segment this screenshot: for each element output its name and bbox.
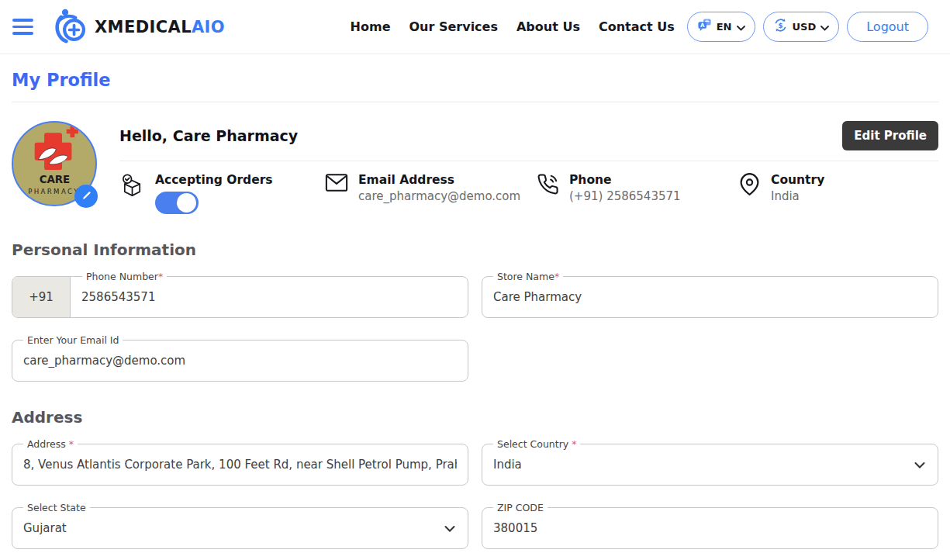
logout-button[interactable]: Logout (847, 12, 928, 42)
select-country-label: Select Country* (493, 437, 580, 451)
zip-code-input[interactable] (482, 508, 938, 548)
profile-greeting: Hello, Care Pharmacy (119, 127, 842, 144)
main-content: My Profile CARE PHARMACY (0, 54, 950, 549)
address-label: Address* (23, 437, 78, 451)
personal-information-title: Personal Information (12, 240, 938, 259)
translate-icon: A (697, 18, 712, 36)
address-field: Address* (12, 444, 468, 486)
phone-number-field: Phone Number* +91 (12, 276, 468, 318)
phone-country-code: +91 (12, 277, 71, 317)
svg-text:A: A (700, 22, 705, 29)
nav-contact-us[interactable]: Contact Us (599, 19, 675, 34)
personal-information-form: Phone Number* +91 Store Name* Enter Your… (12, 276, 938, 382)
phone-icon (537, 173, 559, 199)
accepting-orders-toggle[interactable] (155, 192, 199, 214)
profile-card: CARE PHARMACY Hello, Care Pharmacy Edit … (12, 121, 938, 214)
chevron-down-icon (737, 19, 745, 34)
nav-home[interactable]: Home (351, 19, 391, 34)
zip-code-label: ZIP CODE (493, 501, 548, 515)
currency-selected: USD (793, 21, 817, 33)
email-id-field: Enter Your Email Id (12, 340, 468, 382)
address-input[interactable] (12, 444, 468, 485)
currency-exchange-icon: $ (773, 18, 788, 36)
phone-number-label: Phone Number* (82, 270, 167, 284)
page-title-bar: My Profile (12, 54, 938, 102)
country-value: India (771, 189, 824, 203)
svg-text:$: $ (778, 22, 782, 29)
brand-name: XMEDICALAIO (95, 18, 225, 36)
hamburger-menu-icon[interactable] (9, 16, 36, 38)
avatar-edit-button[interactable] (74, 185, 98, 208)
map-pin-icon (738, 173, 761, 199)
email-id-label: Enter Your Email Id (23, 334, 123, 347)
svg-text:PHARMACY: PHARMACY (28, 188, 80, 195)
chevron-down-icon (820, 19, 829, 34)
profile-info-row: Accepting Orders Email Address care_phar… (119, 173, 938, 214)
select-state-label: Select State (23, 501, 90, 515)
email-label: Email Address (358, 173, 520, 187)
phone-label: Phone (569, 173, 681, 187)
language-selected: EN (717, 21, 732, 33)
pencil-icon (81, 189, 92, 204)
currency-selector[interactable]: $ USD (763, 12, 840, 42)
address-form: Address* Select Country* India Select St… (12, 444, 938, 549)
accepting-orders-info: Accepting Orders (119, 173, 325, 214)
select-country-field: Select Country* India (482, 444, 938, 486)
main-nav: Home Our Services About Us Contact Us (351, 19, 675, 34)
select-state-field: Select State Gujarat (12, 507, 468, 549)
nav-our-services[interactable]: Our Services (409, 19, 498, 34)
page-title: My Profile (12, 70, 938, 90)
toggle-knob (177, 193, 196, 213)
header: XMEDICALAIO Home Our Services About Us C… (0, 0, 950, 54)
store-name-field: Store Name* (482, 276, 938, 318)
brand-logo[interactable]: XMEDICALAIO (52, 8, 225, 47)
phone-value: (+91) 2586543571 (569, 189, 681, 203)
svg-text:CARE: CARE (40, 174, 71, 185)
country-info: Country India (738, 173, 824, 214)
accepting-orders-label: Accepting Orders (155, 173, 273, 187)
phone-info: Phone (+91) 2586543571 (537, 173, 738, 214)
package-check-icon (119, 173, 145, 202)
address-title: Address (12, 408, 938, 427)
envelope-icon (325, 173, 348, 195)
nav-about-us[interactable]: About Us (516, 19, 580, 34)
language-selector[interactable]: A EN (687, 12, 755, 42)
zip-code-field: ZIP CODE (482, 507, 938, 549)
email-info: Email Address care_pharmacy@demo.com (325, 173, 537, 214)
edit-profile-button[interactable]: Edit Profile (842, 121, 938, 150)
profile-divider (119, 161, 938, 161)
email-value: care_pharmacy@demo.com (358, 189, 520, 203)
country-label: Country (771, 173, 824, 187)
brand-logo-icon (52, 8, 88, 47)
store-name-label: Store Name* (493, 270, 563, 284)
